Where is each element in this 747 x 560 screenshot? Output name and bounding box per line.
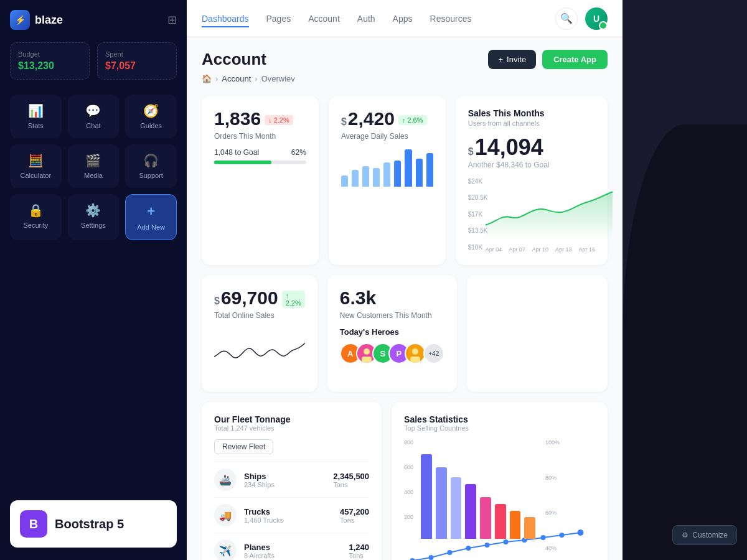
logo-icon: ⚡ [10, 10, 30, 30]
chart-label-4: Apr 13 [555, 246, 572, 253]
sidebar-item-calculator[interactable]: 🧮 Calculator [10, 144, 62, 188]
sales-month-title: Sales This Months [468, 108, 595, 118]
grid-nav: 📊 Stats 💬 Chat 🧭 Guides 🧮 Calculator 🎬 M… [10, 95, 177, 240]
nav-account[interactable]: Account [308, 10, 340, 27]
trucks-unit: Tons [340, 516, 369, 524]
bar-2 [352, 170, 359, 187]
online-sales-change: ↑ 2.2% [282, 291, 305, 308]
dark-blob [622, 124, 747, 560]
sidebar-item-settings[interactable]: ⚙️ Settings [68, 194, 120, 240]
fleet-card: Our Fleet Tonnage Total 1,247 vehicles R… [202, 402, 382, 560]
invite-button[interactable]: + Invite [488, 50, 536, 69]
bottom-row: Our Fleet Tonnage Total 1,247 vehicles R… [202, 402, 608, 560]
progress-label: 1,048 to Goal [214, 148, 259, 157]
user-avatar[interactable]: U [585, 7, 608, 30]
search-button[interactable]: 🔍 [555, 7, 578, 30]
chart-label-2: Apr 07 [509, 246, 525, 253]
svg-rect-1 [362, 357, 372, 363]
planes-count: 8 Aircrafts [244, 552, 275, 559]
daily-sales-number-row: $ 2,420 ↑ 2.6% [341, 108, 433, 132]
guides-icon: 🧭 [143, 103, 159, 118]
customers-label: New Customers This Month [340, 311, 444, 320]
fleet-title: Our Fleet Tonnage [214, 414, 369, 424]
fleet-subtitle: Total 1,247 vehicles [214, 424, 369, 432]
stats-grid: 1,836 ↓ 2.2% Orders This Month 1,048 to … [202, 96, 608, 265]
trucks-value: 457,200 [340, 507, 369, 516]
add-new-icon: + [147, 203, 155, 220]
breadcrumb-account: Account [222, 74, 251, 83]
chat-label: Chat [86, 122, 100, 129]
budget-row: Budget $13,230 Spent $7,057 [10, 42, 177, 80]
fleet-row-trucks: 🚚 Trucks 1,460 Trucks 457,200 Tons [214, 497, 369, 533]
line-chart: $24K $20.5K $17K $13.5K $10K [468, 178, 595, 253]
sidebar-item-chat[interactable]: 💬 Chat [68, 95, 120, 138]
settings-label: Settings [81, 222, 106, 229]
stat-bar-3 [451, 477, 462, 539]
logo-area: ⚡ blaze [10, 10, 63, 30]
planes-unit: Tons [349, 552, 370, 559]
page-header: Account + Invite Create App [202, 50, 608, 69]
ships-icon: 🚢 [214, 469, 237, 491]
guides-label: Guides [140, 122, 162, 129]
orders-label: Orders This Month [214, 132, 306, 141]
security-icon: 🔒 [28, 203, 44, 218]
stat-bar-7 [510, 511, 521, 539]
security-label: Security [23, 222, 48, 229]
bar-chart-area: 800 600 400 200 [404, 439, 535, 551]
ships-count: 234 Ships [244, 481, 275, 488]
logo-text: blaze [35, 14, 63, 27]
bar-3 [362, 166, 369, 187]
sidebar-item-media[interactable]: 🎬 Media [68, 144, 120, 188]
calculator-label: Calculator [21, 172, 52, 179]
stats-icon: 📊 [28, 103, 44, 118]
daily-sales-value: 2,420 [348, 108, 395, 129]
bar-4 [373, 168, 380, 187]
nav-apps[interactable]: Apps [393, 10, 413, 27]
right-panel: ⚙ Customize [622, 0, 747, 560]
sales-month-subtitle: Users from all channels [468, 119, 595, 127]
orders-card: 1,836 ↓ 2.2% Orders This Month 1,048 to … [202, 96, 319, 265]
fleet-row-ships: 🚢 Ships 234 Ships 2,345,500 Tons [214, 462, 369, 497]
ships-name: Ships [244, 472, 275, 481]
chart-label-5: Apr 16 [578, 246, 595, 253]
online-sales-label: Total Online Sales [214, 311, 305, 320]
sidebar: ⚡ blaze ⊞ Budget $13,230 Spent $7,057 📊 … [0, 0, 187, 560]
sales-stats-card: Sales Statistics Top Selling Countries 8… [392, 402, 608, 560]
svg-point-5 [429, 555, 434, 560]
create-app-button[interactable]: Create App [542, 50, 608, 69]
page-title: Account [202, 50, 266, 69]
customize-button[interactable]: ⚙ Customize [672, 525, 737, 545]
svg-point-2 [412, 348, 418, 355]
review-fleet-button[interactable]: Review Fleet [214, 439, 273, 454]
sales-prefix: $ [468, 146, 474, 157]
nav-auth[interactable]: Auth [357, 10, 375, 27]
sales-stats-subtitle: Top Selling Countries [404, 424, 595, 432]
sidebar-item-add-new[interactable]: + Add New [125, 194, 177, 240]
nav-dashboards[interactable]: Dashboards [202, 10, 249, 27]
stats-label: Stats [28, 122, 44, 129]
nav-right: 🔍 U [555, 7, 608, 30]
bar-6 [394, 161, 401, 187]
customize-icon: ⚙ [682, 531, 688, 539]
chart-label-3: Apr 10 [532, 246, 549, 253]
stat-bar-6 [495, 504, 506, 539]
sales-goal: Another $48,346 to Goal [468, 161, 595, 169]
bootstrap-icon: B [20, 510, 47, 538]
sidebar-header: ⚡ blaze ⊞ [10, 10, 177, 30]
budget-label: Budget [18, 50, 82, 58]
hero-5 [405, 343, 426, 364]
spent-label: Spent [105, 50, 169, 58]
support-label: Support [139, 172, 163, 179]
sidebar-item-guides[interactable]: 🧭 Guides [125, 95, 177, 138]
spent-value: $7,057 [105, 60, 169, 72]
sidebar-item-support[interactable]: 🎧 Support [125, 144, 177, 188]
bootstrap-badge: B Bootstrap 5 [10, 500, 177, 548]
nav-pages[interactable]: Pages [266, 10, 291, 27]
sidebar-item-stats[interactable]: 📊 Stats [10, 95, 62, 138]
sidebar-menu-icon[interactable]: ⊞ [167, 13, 177, 27]
daily-sales-prefix: $ [341, 116, 347, 128]
nav-resources[interactable]: Resources [430, 10, 472, 27]
svg-rect-3 [410, 357, 420, 363]
orders-change: ↓ 2.2% [265, 115, 293, 125]
sidebar-item-security[interactable]: 🔒 Security [10, 194, 62, 240]
